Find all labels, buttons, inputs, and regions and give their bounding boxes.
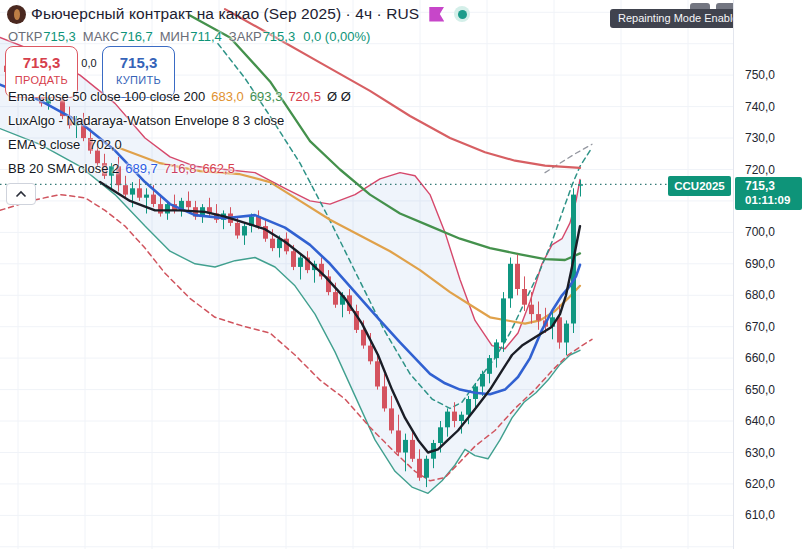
- low-label: МИН: [160, 29, 190, 44]
- instrument-logo-icon: [7, 5, 26, 24]
- bar-countdown: 01:11:09: [745, 194, 802, 206]
- ema9-value: 702,0: [89, 137, 122, 152]
- symbol-badge: CCU2025: [668, 176, 731, 196]
- price-tick-label: 750,0: [745, 68, 775, 82]
- flag-icon[interactable]: [429, 7, 444, 22]
- high-label: МАКС: [83, 29, 119, 44]
- legend-bb[interactable]: BB 20 SMA close 2 689,7 716,8 662,5: [8, 161, 235, 176]
- bb-lower-value: 662,5: [202, 161, 235, 176]
- spread-value: 0,0: [76, 57, 102, 69]
- price-tick-label: 680,0: [745, 288, 775, 302]
- price-tick-label: 720,0: [745, 163, 775, 177]
- bb-upper-value: 716,8: [164, 161, 197, 176]
- change-value: 0,0 (0,00%): [303, 29, 370, 44]
- ema100-value: 693,3: [250, 89, 283, 104]
- market-status-icon[interactable]: [454, 6, 470, 22]
- chevron-up-icon: [15, 190, 27, 198]
- bb-basis-value: 689,7: [125, 161, 158, 176]
- legend-ema-multi[interactable]: Ema close 50 close 100 close 200 683,0 6…: [8, 89, 351, 104]
- last-price-badge: 715,3 01:11:09: [735, 177, 802, 210]
- last-price-value: 715,3: [745, 179, 802, 193]
- low-value: 711,4: [190, 29, 222, 44]
- chart-window: Фьючерсный контракт на какао (Sep 2025) …: [0, 0, 802, 549]
- open-label: ОТКР: [8, 29, 42, 44]
- price-axis[interactable]: 715,3 01:11:09 750,0740,0730,0720,0700,0…: [733, 0, 802, 549]
- high-value: 716,7: [120, 29, 153, 44]
- collapse-legend-button[interactable]: [6, 183, 36, 205]
- price-tick-label: 650,0: [745, 383, 775, 397]
- ohlc-readout: ОТКР715,3 МАКС716,7 МИН711,4 ЗАКР715,3 0…: [8, 29, 370, 44]
- buy-price: 715,3: [103, 54, 174, 71]
- open-value: 715,3: [43, 29, 76, 44]
- close-value: 715,3: [263, 29, 296, 44]
- ema50-value: 683,0: [211, 89, 244, 104]
- price-tick-label: 640,0: [745, 414, 775, 428]
- legend-label: LuxAlgo - Nadaraya-Watson Envelope 8 3 c…: [8, 113, 284, 128]
- ema-suffix: Ø Ø: [327, 89, 351, 104]
- legend-label: BB 20 SMA close 2: [8, 161, 119, 176]
- legend-ema9[interactable]: EMA 9 close 702,0: [8, 137, 122, 152]
- price-tick-label: 730,0: [745, 131, 775, 145]
- price-tick-label: 700,0: [745, 225, 775, 239]
- price-tick-label: 630,0: [745, 446, 775, 460]
- buy-label: КУПИТЬ: [103, 74, 174, 86]
- price-tick-label: 610,0: [745, 508, 775, 522]
- sell-label: ПРОДАТЬ: [6, 74, 77, 86]
- price-tick-label: 670,0: [745, 320, 775, 334]
- legend-luxalgo[interactable]: LuxAlgo - Nadaraya-Watson Envelope 8 3 c…: [8, 113, 284, 128]
- legend-label: Ema close 50 close 100 close 200: [8, 89, 205, 104]
- header: Фьючерсный контракт на какао (Sep 2025) …: [31, 5, 470, 23]
- price-tick-label: 740,0: [745, 100, 775, 114]
- page-title[interactable]: Фьючерсный контракт на какао (Sep 2025) …: [31, 5, 419, 23]
- price-tick-label: 690,0: [745, 257, 775, 271]
- ema200-value: 720,5: [288, 89, 321, 104]
- repainting-tooltip: Repainting Mode Enabled: [610, 9, 753, 28]
- legend-label: EMA 9 close: [8, 137, 80, 152]
- price-tick-label: 620,0: [745, 477, 775, 491]
- close-label: ЗАКР: [229, 29, 262, 44]
- sell-price: 715,3: [6, 54, 77, 71]
- price-tick-label: 660,0: [745, 351, 775, 365]
